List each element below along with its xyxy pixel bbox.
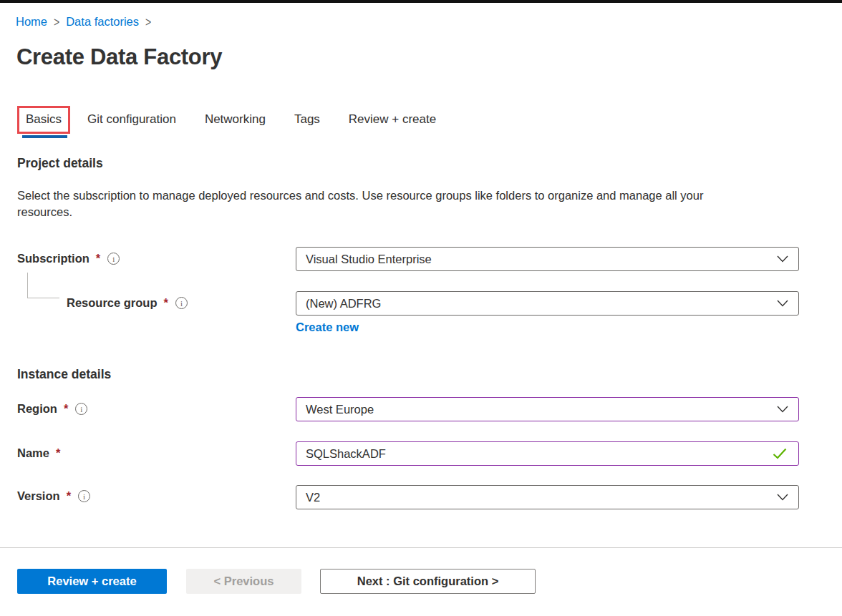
version-label: Version * i [17,489,90,503]
required-asterisk: * [56,446,60,460]
breadcrumb-separator-icon: > [145,15,151,29]
name-field-container [296,441,799,466]
project-details-description: Select the subscription to manage deploy… [17,187,756,220]
basics-tab-annotation-box: Basics [17,106,70,134]
name-label: Name * [17,446,60,460]
version-dropdown-value: V2 [306,491,320,504]
resource-group-dropdown-value: (New) ADFRG [306,297,381,311]
resource-group-label-text: Resource group [67,296,158,310]
region-dropdown-value: West Europe [306,403,374,416]
page-title: Create Data Factory [16,44,222,70]
tab-git-configuration[interactable]: Git configuration [87,112,176,127]
version-label-text: Version [17,489,60,503]
breadcrumb-home-link[interactable]: Home [16,15,47,29]
region-dropdown[interactable]: West Europe [296,397,799,421]
chevron-down-icon [777,255,788,263]
active-tab-indicator [22,135,67,138]
required-asterisk: * [67,489,71,503]
name-label-text: Name [17,446,49,460]
breadcrumb-data-factories-link[interactable]: Data factories [66,15,139,29]
required-asterisk: * [64,402,68,416]
chevron-down-icon [777,494,788,501]
create-new-link[interactable]: Create new [296,321,359,334]
tab-bar: Basics Git configuration Networking Tags… [17,104,436,135]
breadcrumb-separator-icon: > [54,15,59,29]
breadcrumb: Home > Data factories > [16,15,151,29]
project-details-heading: Project details [17,156,103,171]
window-top-edge [0,0,842,3]
chevron-down-icon [777,300,788,307]
review-create-button[interactable]: Review + create [17,569,167,594]
region-label-text: Region [17,402,57,416]
chevron-down-icon [777,406,788,413]
required-asterisk: * [164,296,168,310]
tab-basics[interactable]: Basics [26,112,62,126]
info-icon[interactable]: i [75,403,87,415]
field-hierarchy-connector [27,273,59,298]
info-icon[interactable]: i [107,253,120,265]
subscription-label-text: Subscription [17,252,89,265]
next-git-configuration-button[interactable]: Next : Git configuration > [320,569,536,594]
region-label: Region * i [17,402,87,416]
instance-details-heading: Instance details [17,367,111,382]
subscription-dropdown-value: Visual Studio Enterprise [306,253,432,266]
resource-group-dropdown[interactable]: (New) ADFRG [296,291,799,316]
previous-button[interactable]: < Previous [186,569,301,594]
info-icon[interactable]: i [78,490,90,502]
valid-checkmark-icon [773,448,787,459]
subscription-dropdown[interactable]: Visual Studio Enterprise [296,247,799,271]
version-dropdown[interactable]: V2 [296,485,799,509]
required-asterisk: * [96,252,100,265]
tab-networking[interactable]: Networking [205,112,266,127]
tab-tags[interactable]: Tags [294,112,320,127]
resource-group-label: Resource group * i [67,296,188,310]
tab-review-create[interactable]: Review + create [349,112,436,127]
info-icon[interactable]: i [175,297,188,309]
name-input[interactable] [306,442,767,465]
subscription-label: Subscription * i [17,252,120,265]
footer-divider [0,547,842,548]
